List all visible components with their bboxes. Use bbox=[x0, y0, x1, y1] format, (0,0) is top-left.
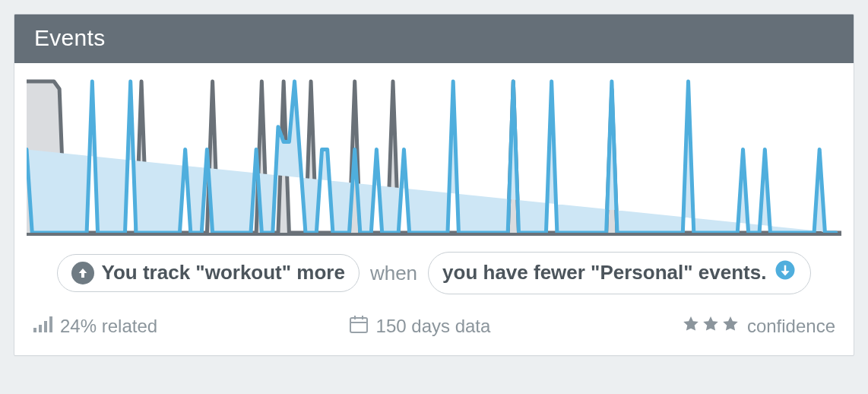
series-personal-events bbox=[27, 81, 836, 233]
duration-text: 150 days data bbox=[376, 316, 491, 337]
confidence-stars bbox=[682, 315, 740, 338]
arrow-down-icon bbox=[774, 259, 797, 287]
svg-rect-3 bbox=[49, 316, 52, 332]
card-title: Events bbox=[14, 14, 854, 63]
insight-row: You track "workout" more when you have f… bbox=[14, 238, 854, 300]
confidence-metric: confidence bbox=[682, 315, 835, 338]
star-icon bbox=[702, 315, 720, 338]
insight-connector: when bbox=[370, 262, 417, 285]
star-icon bbox=[682, 315, 700, 338]
insight-pill-b[interactable]: you have fewer "Personal" events. bbox=[428, 252, 811, 294]
related-text: 24% related bbox=[60, 316, 157, 337]
bars-icon bbox=[33, 314, 52, 338]
insight-pill-b-text: you have fewer "Personal" events. bbox=[442, 261, 766, 284]
arrow-up-icon bbox=[71, 262, 94, 284]
svg-rect-1 bbox=[39, 325, 42, 332]
svg-rect-4 bbox=[350, 318, 367, 332]
calendar-icon bbox=[349, 314, 369, 338]
star-icon bbox=[721, 315, 740, 338]
events-card: Events You track "workout" more when you… bbox=[14, 14, 854, 356]
related-metric: 24% related bbox=[33, 314, 157, 338]
insight-pill-a[interactable]: You track "workout" more bbox=[57, 254, 360, 292]
svg-rect-0 bbox=[33, 328, 36, 332]
duration-metric: 150 days data bbox=[349, 314, 491, 338]
confidence-label: confidence bbox=[747, 316, 835, 337]
insight-pill-a-text: You track "workout" more bbox=[102, 261, 345, 284]
svg-rect-2 bbox=[44, 321, 47, 332]
chart-svg bbox=[27, 77, 841, 237]
correlation-chart bbox=[14, 63, 854, 238]
card-footer: 24% related 150 days data confidence bbox=[14, 300, 854, 355]
